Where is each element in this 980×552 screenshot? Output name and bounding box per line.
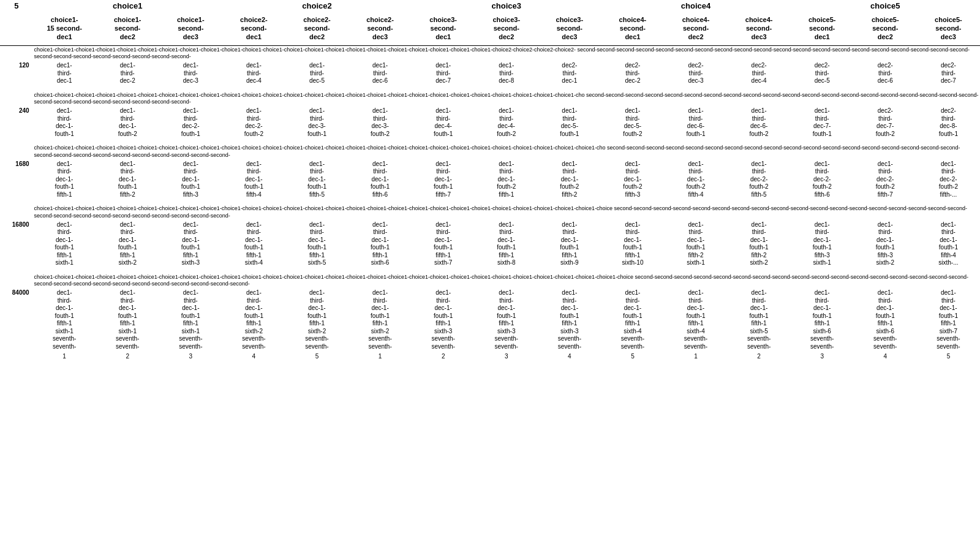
main-container: 5 choice1 choice2 choice3 choice4 choice…: [0, 0, 980, 552]
r1680-c3: dec1-third-dec-1-fouth-1fifth-3: [159, 159, 222, 200]
corner-cell: 5: [0, 0, 33, 14]
sub-header-c4d2: choice4-second-dec2: [664, 14, 727, 45]
r120-c10: dec2-third-dec-2: [601, 61, 664, 86]
sub-header-c3d3: choice3-second-dec3: [538, 14, 601, 45]
r84000-c8: dec1-third-dec-1-fouth-1fifth-1sixth-3se…: [475, 288, 538, 352]
r84000-c7: dec1-third-dec-1-fouth-1fifth-1sixth-3se…: [412, 288, 475, 352]
row-16800-long-text: choice1-choice1-choice1-choice1-choice1-…: [33, 205, 980, 220]
col-num-5: 5: [285, 352, 349, 362]
row-84000-long-text: choice1-choice1-choice1-choice1-choice1-…: [33, 273, 980, 289]
sub-header-c3d1: choice3-second-dec1: [412, 14, 475, 45]
row-label-120: [0, 45, 33, 61]
choice5-header: choice5: [791, 0, 980, 14]
row-label-16800b: 16800: [0, 220, 33, 268]
r120-c13: dec2-third-dec-5: [791, 61, 854, 86]
row-16800-data: 16800 dec1-third-dec-1-fouth-1fifth-1six…: [0, 220, 980, 268]
col-num-15: 5: [917, 352, 980, 362]
r240-c8: dec1-third-dec-4-fouth-2: [475, 106, 538, 139]
row-1680-data: 1680 dec1-third-dec-1-fouth-1fifth-1 dec…: [0, 159, 980, 200]
col-num-9: 4: [538, 352, 601, 362]
r240-c9: dec1-third-dec-5-fouth-1: [538, 106, 601, 139]
r120-c11: dec2-third-dec-3: [664, 61, 727, 86]
sub-header-c1d1: choice1-15 second-dec1: [33, 14, 96, 45]
r120-c8: dec1-third-dec-8: [475, 61, 538, 86]
choice3-header: choice3: [412, 0, 601, 14]
r1680-c11: dec1-third-dec-1-fouth-2fifth-4: [664, 159, 727, 200]
r84000-c4: dec1-third-dec-1-fouth-1fifth-1sixth-2se…: [222, 288, 285, 352]
choice2-header: choice2: [222, 0, 412, 14]
r16800-c14: dec1-third-dec-1-fouth-1fifth-3sixth-2: [854, 220, 917, 268]
r16800-c12: dec1-third-dec-1-fouth-1fifth-2sixth-2: [728, 220, 791, 268]
col-num-7: 2: [412, 352, 475, 362]
r84000-c11: dec1-third-dec-1-fouth-1fifth-1sixth-4se…: [664, 288, 727, 352]
r240-c11: dec1-third-dec-6-fouth-1: [664, 106, 727, 139]
r1680-c7: dec1-third-dec-1-fouth-1fifth-7: [412, 159, 475, 200]
r120-c1: dec1-third-dec-1: [33, 61, 96, 86]
r1680-c1: dec1-third-dec-1-fouth-1fifth-1: [33, 159, 96, 200]
row-84000-data: 84000 dec1-third-dec-1-fouth-1fifth-1six…: [0, 288, 980, 352]
r84000-c3: dec1-third-dec-1-fouth-1fifth-1sixth-1se…: [159, 288, 222, 352]
r1680-c13: dec1-third-dec-2-fouth-2fifth-6: [791, 159, 854, 200]
r84000-c2: dec1-third-dec-1-fouth-1fifth-1sixth-1se…: [96, 288, 159, 352]
col-num-10: 5: [601, 352, 664, 362]
sub-header-c5d3: choice5-second-dec3: [917, 14, 980, 45]
r16800-c13: dec1-third-dec-1-fouth-1fifth-3sixth-1: [791, 220, 854, 268]
row-120-long: choice1-choice1-choice1-choice1-choice1-…: [0, 45, 980, 61]
r84000-c14: dec1-third-dec-1-fouth-1fifth-1sixth-6se…: [854, 288, 917, 352]
r1680-c6: dec1-third-dec-1-fouth-1fifth-6: [349, 159, 412, 200]
r240-c15: dec2-third-dec-8-fouth-1: [917, 106, 980, 139]
r120-c12: dec2-third-dec-4: [728, 61, 791, 86]
col-num-2: 2: [96, 352, 159, 362]
sub-header-c1d2: choice1-second-dec2: [96, 14, 159, 45]
r240-c10: dec1-third-dec-5-fouth-2: [601, 106, 664, 139]
r84000-c6: dec1-third-dec-1-fouth-1fifth-1sixth-2se…: [349, 288, 412, 352]
row-120-data: 120 dec1-third-dec-1 dec1-third-dec-2 de…: [0, 61, 980, 86]
r16800-c7: dec1-third-dec-1-fouth-1fifth-1sixth-7: [412, 220, 475, 268]
col-num-4: 4: [222, 352, 285, 362]
sub-header-c1d3: choice1-second-dec3: [159, 14, 222, 45]
row-120-long-text: choice1-choice1-choice1-choice1-choice1-…: [33, 45, 980, 61]
col-num-11: 1: [664, 352, 727, 362]
r240-c13: dec1-third-dec-7-fouth-1: [791, 106, 854, 139]
sub-header-c4d1: choice4-second-dec1: [601, 14, 664, 45]
row-label-1680b: 1680: [0, 159, 33, 200]
r16800-c15: dec1-third-dec-1-fouth-1fifth-4sixth-...: [917, 220, 980, 268]
sub-header-row: choice1-15 second-dec1 choice1-second-de…: [0, 14, 980, 45]
r120-c3: dec1-third-dec-3: [159, 61, 222, 86]
r120-c2: dec1-third-dec-2: [96, 61, 159, 86]
r120-c15: dec2-third-dec-7: [917, 61, 980, 86]
row-84000-long: choice1-choice1-choice1-choice1-choice1-…: [0, 273, 980, 289]
r1680-c15: dec1-third-dec-2-fouth-2fifth-...: [917, 159, 980, 200]
r240-c4: dec1-third-dec-2-fouth-2: [222, 106, 285, 139]
label-spacer: [0, 14, 33, 45]
row-label-84000a: [0, 273, 33, 289]
r16800-c6: dec1-third-dec-1-fouth-1fifth-1sixth-6: [349, 220, 412, 268]
r240-c2: dec1-third-dec-1-fouth-2: [96, 106, 159, 139]
top-header-row: 5 choice1 choice2 choice3 choice4 choice…: [0, 0, 980, 14]
r120-c7: dec1-third-dec-7: [412, 61, 475, 86]
divider-4: [0, 268, 980, 273]
sub-header-c5d2: choice5-second-dec2: [854, 14, 917, 45]
r84000-c13: dec1-third-dec-1-fouth-1fifth-1sixth-6se…: [791, 288, 854, 352]
row-1680-long-text: choice1-choice1-choice1-choice1-choice1-…: [33, 144, 980, 159]
row-label-240b: 240: [0, 106, 33, 139]
r240-c7: dec1-third-dec-4-fouth-1: [412, 106, 475, 139]
bottom-label: [0, 352, 33, 362]
r120-c9: dec2-third-dec-1: [538, 61, 601, 86]
r240-c3: dec1-third-dec-2-fouth-1: [159, 106, 222, 139]
row-240-long-text: choice1-choice1-choice1-choice1-choice1-…: [33, 91, 980, 107]
col-num-8: 3: [475, 352, 538, 362]
row-16800-long: choice1-choice1-choice1-choice1-choice1-…: [0, 205, 980, 220]
col-num-13: 3: [791, 352, 854, 362]
r1680-c14: dec1-third-dec-2-fouth-2fifth-7: [854, 159, 917, 200]
r16800-c1: dec1-third-dec-1-fouth-1fifth-1sixth-1: [33, 220, 96, 268]
r1680-c8: dec1-third-dec-1-fouth-2fifth-1: [475, 159, 538, 200]
r1680-c4: dec1-third-dec-1-fouth-1fifth-4: [222, 159, 285, 200]
r1680-c5: dec1-third-dec-1-fouth-1fifth-5: [285, 159, 349, 200]
r16800-c9: dec1-third-dec-1-fouth-1fifth-1sixth-9: [538, 220, 601, 268]
r240-c14: dec2-third-dec-7-fouth-2: [854, 106, 917, 139]
row-240-data: 240 dec1-third-dec-1-fouth-1 dec1-third-…: [0, 106, 980, 139]
r120-c14: dec2-third-dec-6: [854, 61, 917, 86]
sub-header-c2d3: choice2-second-dec3: [349, 14, 412, 45]
r84000-c12: dec1-third-dec-1-fouth-1fifth-1sixth-5se…: [728, 288, 791, 352]
